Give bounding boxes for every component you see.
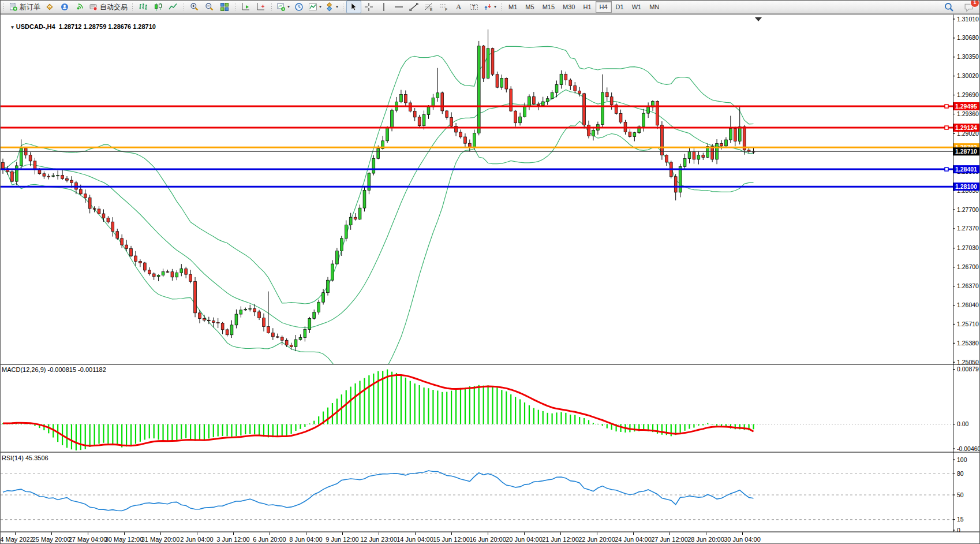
candle-chart-button[interactable] <box>151 1 166 13</box>
autotrade-button[interactable]: 自动交易 <box>87 1 129 13</box>
time-axis-tick <box>488 532 488 535</box>
candle-down <box>674 177 677 192</box>
candle-down <box>29 155 32 161</box>
price-axis-tick: 1.30020 <box>957 72 979 79</box>
candle-up <box>647 107 650 113</box>
horizontal-level-line[interactable]: 1.29495 <box>1 102 980 110</box>
zoom-out-button[interactable] <box>202 1 217 13</box>
horizontal-level-line[interactable]: 1.28782 <box>1 143 980 151</box>
timeframe-button-m15[interactable]: M15 <box>538 1 559 13</box>
horizontal-level-line[interactable]: 1.28401 <box>1 165 980 173</box>
hline-icon <box>394 2 403 12</box>
candle-up <box>331 264 334 280</box>
candle-down <box>221 323 224 329</box>
shapes-button[interactable]: ▾ <box>481 1 498 13</box>
candle-up <box>386 128 389 141</box>
rsi-axis-tick: 50 <box>957 491 964 498</box>
auto-scroll-button[interactable] <box>238 1 253 13</box>
market-icon <box>45 2 54 12</box>
candle-down <box>43 174 46 176</box>
timeframe-button-mn[interactable]: MN <box>645 1 663 13</box>
cursor-button[interactable] <box>346 1 361 13</box>
timeframe-button-m30[interactable]: M30 <box>559 1 579 13</box>
zoom-in-button[interactable] <box>187 1 202 13</box>
candle-down <box>482 46 485 79</box>
chart-shift-button[interactable] <box>253 1 268 13</box>
rsi-axis[interactable]: 1008050150 <box>953 456 967 532</box>
horizontal-level-line[interactable]: 1.29124 <box>1 124 980 132</box>
search-button[interactable] <box>941 1 956 13</box>
vline-button[interactable] <box>376 1 391 13</box>
market-button[interactable] <box>42 1 57 13</box>
price-axis-tick: 1.31010 <box>957 16 979 23</box>
text-button[interactable]: A <box>451 1 466 13</box>
time-axis-tick <box>597 532 597 535</box>
candle-up <box>688 152 691 159</box>
bar-chart-button[interactable] <box>136 1 151 13</box>
symbol-menu-icon[interactable]: ▾ <box>11 24 14 30</box>
candle-up <box>592 130 595 136</box>
time-axis-tick <box>233 532 234 535</box>
bollinger-bands <box>3 46 754 364</box>
candle-down <box>505 78 508 89</box>
crosshair-icon <box>364 2 373 12</box>
timeframe-button-h4[interactable]: H4 <box>596 1 612 13</box>
price-axis-tick: 1.25710 <box>957 321 979 327</box>
time-label: 25 May 20:00 <box>32 536 71 543</box>
fibo-button[interactable]: E <box>421 1 436 13</box>
text-label-button[interactable]: T <box>466 1 481 13</box>
tile-windows-button[interactable] <box>217 1 232 13</box>
time-axis-tick <box>306 532 306 535</box>
candle-down <box>152 274 155 277</box>
candle-up <box>487 49 489 79</box>
candle-up <box>340 239 343 251</box>
timeframe-button-m1[interactable]: M1 <box>504 1 521 13</box>
chevron-down-icon: ▾ <box>319 5 321 9</box>
price-axis-tick: 1.29360 <box>957 110 979 117</box>
timeframe-button-m5[interactable]: M5 <box>521 1 538 13</box>
chat-button[interactable]: 1 <box>961 1 976 13</box>
time-label: 24 May 2022 <box>0 536 33 543</box>
rsi-panel: 1008050150 <box>1 452 980 532</box>
time-label: 6 Jun 20:00 <box>253 536 286 543</box>
candle-down <box>510 89 513 111</box>
toolbar-group-grip <box>271 3 272 12</box>
objects-button[interactable]: ▾ <box>323 1 340 13</box>
time-axis-tick <box>742 532 743 535</box>
svg-text:E: E <box>430 8 433 12</box>
price-tag-label: 1.29495 <box>955 103 977 110</box>
macd-axis-tick: 0.008791 <box>957 366 980 372</box>
new-order-button[interactable]: 新订单 <box>7 1 42 13</box>
toolbar-right-icons: 1 <box>941 1 980 13</box>
line-chart-button[interactable] <box>166 1 181 13</box>
indicators-button[interactable]: ▾ <box>306 1 323 13</box>
time-axis-tick <box>160 532 161 535</box>
timeframe-button-h1[interactable]: H1 <box>579 1 595 13</box>
signals-button[interactable] <box>72 1 87 13</box>
main-price-chart: 1.310101.306801.303501.300201.296901.293… <box>1 14 980 364</box>
horizontal-level-line[interactable]: 1.28100 <box>1 182 980 191</box>
candle-up <box>335 251 338 264</box>
candle-down <box>203 319 206 321</box>
candle-down <box>629 132 631 137</box>
hline-button[interactable] <box>391 1 406 13</box>
chart-shift-marker[interactable] <box>755 17 762 21</box>
fibo-grid-button[interactable]: F <box>436 1 451 13</box>
new-order-icon <box>9 2 18 12</box>
candle-down <box>263 318 265 327</box>
new-chart-button[interactable]: ▾ <box>275 1 291 13</box>
time-axis[interactable]: 24 May 202225 May 20:0027 May 04:0030 Ma… <box>1 532 980 544</box>
trendline-button[interactable] <box>406 1 421 13</box>
community-button[interactable] <box>57 1 72 13</box>
timeframe-button-w1[interactable]: W1 <box>628 1 646 13</box>
candle-up <box>697 155 700 159</box>
candle-down <box>111 222 114 232</box>
candle-up <box>679 166 682 192</box>
macd-axis[interactable]: 0.0087910.00-0.004601 <box>953 366 980 452</box>
time-label: 27 May 04:00 <box>69 536 107 543</box>
crosshair-button[interactable] <box>361 1 376 13</box>
clock-button[interactable] <box>291 1 306 13</box>
candle-down <box>661 125 664 155</box>
timeframe-button-d1[interactable]: D1 <box>612 1 628 13</box>
chart-shift-icon <box>256 2 265 12</box>
